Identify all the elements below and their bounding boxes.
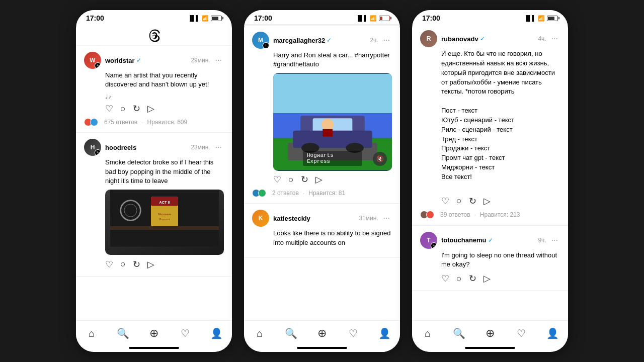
nav-compose-1[interactable]: ⊕ [144,326,164,341]
status-bar-1: 17:00 ▐▌▌ 📶 [76,10,232,24]
like-btn-rubanov[interactable]: ♡ [441,196,449,207]
wifi-icon-2: 📶 [370,15,377,22]
video-label: Hogwarts Express [303,151,362,166]
nav-profile-3[interactable]: 👤 [542,326,562,341]
post-actions-marc: ♡ ○ ↻ ▷ [273,174,392,185]
nav-likes-1[interactable]: ♡ [175,326,195,341]
post-worldstar: W + worldstar ✓ 29м [76,46,232,133]
more-btn-rubanov[interactable]: ··· [549,34,560,43]
post-user-info: worldstar ✓ [105,57,141,64]
repost-btn-rubanov[interactable]: ↻ [469,196,476,207]
svg-point-18 [321,119,334,131]
post-stats-worldstar: 675 ответов · Нравится: 609 [84,118,224,126]
like-btn-marc[interactable]: ♡ [273,174,281,185]
share-btn-worldstar[interactable]: ▷ [147,103,154,114]
comment-btn-totouchanemu[interactable]: ○ [456,274,462,284]
threads-logo [76,24,232,46]
post-text-marc: Harry and Ron steal a car... #harrypotte… [273,51,392,69]
post-user-info-totouchanemu: totouchanemu ✓ [441,236,493,244]
post-header-left-rubanov: R rubanovadv ✓ [420,30,485,47]
replies-link-marc[interactable]: 2 ответов [272,190,299,197]
share-btn-rubanov[interactable]: ▷ [484,196,491,207]
more-btn-totouchanemu[interactable]: ··· [549,236,560,245]
home-bar-3 [465,347,515,349]
post-time-marc: 2ч. [370,37,378,44]
username-katie: katiesteckly [273,215,310,222]
nav-home-2[interactable]: ⌂ [250,326,270,341]
svg-text:Microwave: Microwave [158,212,171,215]
username-row-worldstar: worldstar ✓ [105,57,141,64]
post-katie: K katiesteckly 31мин. ··· [244,204,400,257]
nav-search-2[interactable]: 🔍 [281,326,301,341]
replies-link-rubanov[interactable]: 39 ответов [440,211,470,218]
more-btn-marc[interactable]: ··· [381,36,392,45]
post-header-left-marc: M + marcgallagher32 ✓ [252,32,332,49]
nav-compose-2[interactable]: ⊕ [312,326,332,341]
comment-btn-rubanov[interactable]: ○ [456,196,462,206]
replies-avatars-rubanov [420,211,434,219]
likes-link-rubanov[interactable]: Нравится: 213 [480,211,520,218]
share-btn-marc[interactable]: ▷ [315,174,323,185]
nav-profile-2[interactable]: 👤 [374,326,394,341]
feed-1: W + worldstar ✓ 29м [76,46,232,320]
battery-icon-3 [547,16,558,21]
nav-compose-3[interactable]: ⊕ [480,326,500,341]
svg-rect-19 [323,129,333,137]
username-totouchanemu: totouchanemu [441,236,487,244]
repost-btn-marc[interactable]: ↻ [301,174,308,185]
comment-btn-marc[interactable]: ○ [288,174,294,185]
nav-likes-3[interactable]: ♡ [511,326,531,341]
nav-search-1[interactable]: 🔍 [113,326,133,341]
likes-link-marc[interactable]: Нравится: 81 [308,190,345,197]
avatar-hoodreels: H + [84,139,101,156]
signal-icon-3: ▐▌▌ [524,15,536,21]
like-btn-totouchanemu[interactable]: ♡ [441,273,449,284]
time-1: 17:00 [86,14,104,22]
video-marc[interactable]: Hogwarts Express 🔇 [273,73,392,171]
like-btn-worldstar[interactable]: ♡ [105,103,113,114]
like-btn-hoodreels[interactable]: ♡ [105,259,113,270]
nav-profile-1[interactable]: 👤 [206,326,226,341]
comment-btn-hoodreels[interactable]: ○ [120,259,126,269]
share-btn-totouchanemu[interactable]: ▷ [484,273,491,284]
post-text-hoodreels: Smoke detector broke so if I hear this b… [105,158,224,186]
popcorn-scene-svg: ACT II Microwave Popcorn [110,190,219,250]
repost-btn-worldstar[interactable]: ↻ [133,103,140,114]
post-actions-rubanov: ♡ ○ ↻ ▷ [441,196,560,207]
nav-search-3[interactable]: 🔍 [449,326,469,341]
comment-btn-worldstar[interactable]: ○ [120,104,126,114]
post-stats-rubanov: 39 ответов · Нравится: 213 [420,211,560,219]
battery-icon [211,16,222,21]
post-meta-marc: 2ч. ··· [370,36,392,45]
username-row-rubanov: rubanovadv ✓ [441,35,485,43]
bottom-nav-3: ⌂ 🔍 ⊕ ♡ 👤 [412,320,568,344]
more-btn-worldstar[interactable]: ··· [213,56,224,65]
share-btn-hoodreels[interactable]: ▷ [147,259,154,270]
post-user-info-katie: katiesteckly [273,215,310,222]
verified-totouchanemu: ✓ [488,237,493,244]
replies-link-worldstar[interactable]: 675 ответов [104,119,137,126]
nav-home-1[interactable]: ⌂ [82,326,102,341]
post-actions-hoodreels: ♡ ○ ↻ ▷ [105,259,224,270]
repost-btn-hoodreels[interactable]: ↻ [133,259,140,270]
nav-likes-2[interactable]: ♡ [343,326,363,341]
mini-avatar-2 [90,118,98,126]
username-row-katie: katiesteckly [273,215,310,222]
repost-btn-totouchanemu[interactable]: ↻ [469,273,476,284]
more-btn-katie[interactable]: ··· [381,214,392,223]
post-header-left-totouchanemu: T + totouchanemu ✓ [420,232,493,249]
status-icons-2: ▐▌▌ 📶 [356,15,390,22]
likes-link-worldstar[interactable]: Нравится: 609 [147,119,188,126]
nav-home-3[interactable]: ⌂ [418,326,438,341]
threads-svg [146,28,162,43]
username-rubanov: rubanovadv [441,35,478,43]
verified-marc: ✓ [327,37,332,44]
more-btn-hoodreels[interactable]: ··· [213,143,224,152]
post-text-totouchanemu: I'm going to sleep no one thread without… [441,251,560,269]
username-worldstar: worldstar [105,57,135,64]
username-row-hoodreels: hoodreels [105,144,136,151]
post-meta-katie: 31мин. ··· [359,214,392,223]
verified-worldstar: ✓ [136,57,141,64]
username-row-marc: marcgallagher32 ✓ [273,37,332,44]
time-2: 17:00 [254,14,272,22]
